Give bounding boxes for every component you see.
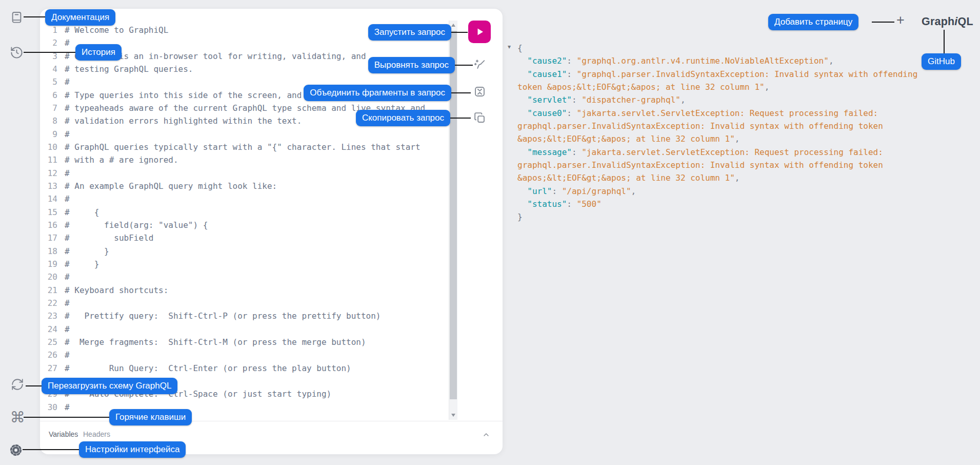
prettify-icon — [473, 58, 487, 72]
tooltip-run-query: Запустить запрос — [368, 24, 451, 41]
line-number: 14 — [40, 192, 57, 205]
tooltip-copy: Скопировать запрос — [356, 110, 450, 126]
run-query-button[interactable] — [468, 21, 491, 43]
editor-line: 10# GraphQL queries typically start with… — [40, 141, 445, 153]
line-text: # } — [57, 245, 109, 258]
tab-headers[interactable]: Headers — [83, 430, 110, 438]
line-text: # — [57, 75, 70, 88]
response-line: graphql.parser.InvalidSyntaxException: I… — [517, 159, 943, 171]
response-lines: { "cause2": "graphql.org.antlr.v4.runtim… — [517, 42, 943, 224]
response-line: "cause1": "graphql.parser.InvalidSyntaxE… — [517, 68, 943, 81]
line-text: # — [57, 401, 70, 414]
graphiql-logo[interactable]: GraphiQL — [922, 15, 973, 28]
editor-line: 15# { — [40, 206, 445, 219]
line-number: 12 — [40, 167, 57, 180]
line-text: # — [57, 36, 70, 49]
chevron-up-icon — [482, 431, 490, 439]
line-number: 25 — [40, 336, 57, 348]
copy-icon — [473, 111, 487, 125]
history-button[interactable] — [9, 45, 24, 60]
play-icon — [473, 25, 486, 38]
merge-fragments-button[interactable] — [472, 84, 487, 99]
line-number: 11 — [40, 153, 57, 166]
line-text: # field(arg: "value") { — [57, 219, 208, 231]
line-text: # — [57, 297, 70, 309]
tooltip-connector — [451, 32, 468, 33]
collapse-tools-button[interactable] — [480, 429, 492, 441]
editor-scrollbar[interactable] — [449, 21, 457, 420]
docs-button[interactable] — [9, 10, 24, 24]
scroll-up-arrow-icon[interactable] — [451, 24, 455, 27]
gear-icon — [9, 443, 23, 457]
response-line: "servlet": "dispatcher-graphql", — [517, 93, 943, 106]
line-number: 17 — [40, 231, 57, 244]
editor-line: 14# — [40, 192, 445, 205]
line-number: 24 — [40, 323, 57, 336]
collapse-toggle[interactable]: ▾ — [508, 43, 511, 50]
response-line: token &apos;&lt;EOF&gt;&apos; at line 32… — [517, 81, 943, 93]
line-number: 20 — [40, 270, 57, 283]
tooltip-connector — [455, 65, 473, 66]
response-line: "url": "/api/graphql", — [517, 185, 943, 198]
settings-button[interactable] — [9, 443, 23, 457]
line-text: # — [57, 348, 70, 361]
tooltip-connector — [451, 92, 471, 93]
line-text: # An example GraphQL query might look li… — [57, 180, 277, 192]
line-number: 10 — [40, 141, 57, 153]
editor-line: 9# — [40, 128, 445, 141]
graphiql-app: ⌘ 1# Welcome to GraphiQL2#3# GraphiQL is… — [0, 0, 980, 465]
tooltip-github: GitHub — [922, 53, 961, 70]
line-text: # Keyboard shortcuts: — [57, 284, 168, 297]
line-number: 13 — [40, 180, 57, 192]
command-icon: ⌘ — [10, 410, 25, 425]
line-text: # — [57, 270, 70, 283]
editor-line: 18# } — [40, 245, 445, 258]
line-number: 21 — [40, 284, 57, 297]
tooltip-connector — [944, 30, 945, 53]
editor-line: 16# field(arg: "value") { — [40, 219, 445, 231]
response-line: graphql.parser.InvalidSyntaxException: I… — [517, 120, 943, 132]
tooltip-connector — [450, 118, 471, 119]
line-text: # Run Query: Ctrl-Enter (or press the pl… — [57, 362, 351, 375]
editor-line: 30# — [40, 401, 445, 414]
line-number: 9 — [40, 128, 57, 141]
line-text: # — [57, 128, 70, 141]
line-text: # — [57, 192, 70, 205]
reload-icon — [11, 378, 24, 391]
query-editor[interactable]: 1# Welcome to GraphiQL2#3# GraphiQL is a… — [40, 24, 445, 424]
line-text: # with a # are ignored. — [57, 153, 178, 166]
prettify-button[interactable] — [472, 57, 487, 72]
line-number: 19 — [40, 258, 57, 270]
line-text: # validation errors highlighted within t… — [57, 114, 302, 127]
editor-line: 26# — [40, 348, 445, 361]
response-line: &apos;&lt;EOF&gt;&apos; at line 32 colum… — [517, 132, 943, 145]
line-text: # subField — [57, 231, 153, 244]
tooltip-add-tab: Добавить страницу — [768, 14, 858, 30]
reload-schema-button[interactable] — [10, 377, 25, 392]
tooltip-connector — [23, 449, 79, 450]
line-number: 26 — [40, 348, 57, 361]
line-text: # Prettify query: Shift-Ctrl-P (or press… — [57, 309, 381, 322]
scrollbar-thumb[interactable] — [450, 31, 457, 399]
scroll-down-arrow-icon[interactable] — [451, 414, 455, 417]
editor-line: 22# — [40, 297, 445, 309]
line-number: 22 — [40, 297, 57, 309]
add-tab-button[interactable]: + — [896, 13, 905, 27]
tooltip-connector — [24, 16, 45, 17]
docs-icon — [10, 10, 24, 24]
line-number: 2 — [40, 36, 57, 49]
line-text: # testing GraphQL queries. — [57, 63, 193, 75]
response-line: { — [517, 42, 943, 54]
copy-query-button[interactable] — [472, 110, 487, 125]
response-line: "status": "500" — [517, 198, 943, 210]
tooltip-settings: Настройки интерфейса — [79, 441, 186, 458]
keyboard-shortcuts-button[interactable]: ⌘ — [10, 410, 25, 424]
line-text: # { — [57, 206, 99, 219]
history-icon — [10, 46, 24, 60]
line-number: 6 — [40, 89, 57, 102]
merge-icon — [473, 85, 487, 99]
logo-text-end: QL — [958, 15, 973, 28]
editor-line: 24# — [40, 323, 445, 336]
tooltip-connector — [24, 417, 109, 418]
tab-variables[interactable]: Variables — [49, 430, 78, 438]
